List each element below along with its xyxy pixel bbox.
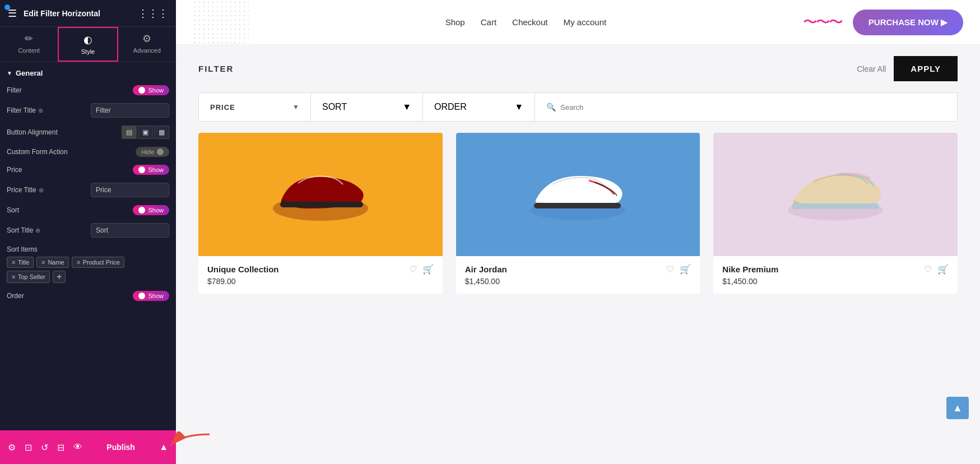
history-icon[interactable]: ↺ — [41, 442, 48, 453]
sort-filter-dropdown[interactable]: SORT ▼ — [311, 93, 423, 121]
general-label: General — [16, 69, 43, 77]
nav-links: Shop Cart Checkout My account — [445, 17, 606, 27]
wishlist-icon-2[interactable]: ♡ — [924, 264, 932, 275]
sort-title-input[interactable] — [91, 223, 169, 238]
order-chevron-icon: ▼ — [514, 102, 523, 112]
search-icon: 🔍 — [546, 103, 556, 112]
tag-name[interactable]: ✕ Name — [36, 257, 68, 268]
chevron-up-icon[interactable]: ▲ — [159, 442, 168, 452]
nav-bar: Shop Cart Checkout My account 〜〜〜 PURCHA… — [176, 0, 980, 45]
price-toggle[interactable]: Show — [133, 165, 169, 175]
product-info-2: Nike Premium ♡ 🛒 $1,450.00 — [713, 256, 958, 294]
price-title-input[interactable] — [91, 183, 169, 197]
order-toggle[interactable]: Show — [133, 291, 169, 301]
publish-button[interactable]: Publish — [106, 443, 135, 452]
content-icon: ✏ — [25, 33, 33, 45]
search-input[interactable] — [560, 103, 946, 112]
tab-style[interactable]: ◐ Style — [58, 27, 118, 62]
tab-bar: ✏ Content ◐ Style ⚙ Advanced — [0, 27, 176, 62]
scroll-to-top-button[interactable]: ▲ — [946, 397, 969, 419]
wishlist-icon-0[interactable]: ♡ — [409, 264, 417, 275]
product-image-1 — [456, 133, 700, 256]
panel-body: ▼ General Filter Show Filter Title ⊕ But… — [0, 62, 176, 430]
order-dropdown-label: ORDER — [434, 102, 467, 112]
filter-title-move-icon: ⊕ — [38, 107, 43, 114]
sort-title-field-row: Sort Title ⊕ — [7, 223, 169, 238]
product-name-0: Unique Collection — [207, 265, 279, 274]
eye-icon[interactable]: 👁 — [73, 442, 82, 452]
nav-checkout[interactable]: Checkout — [512, 17, 547, 27]
wavy-line: 〜〜〜 — [803, 12, 842, 32]
blue-dot — [4, 4, 10, 10]
cart-icon-2[interactable]: 🛒 — [937, 264, 949, 275]
filter-title-label: Filter Title ⊕ — [7, 106, 43, 114]
price-field-row: Price Show — [7, 165, 169, 175]
products-section: Unique Collection ♡ 🛒 $789.00 — [176, 122, 980, 305]
style-icon: ◐ — [83, 34, 92, 46]
tab-advanced[interactable]: ⚙ Advanced — [118, 27, 176, 62]
tag-top-seller-remove[interactable]: ✕ — [11, 274, 16, 280]
nav-myaccount[interactable]: My account — [563, 17, 606, 27]
shoe-svg-1 — [522, 155, 634, 234]
order-filter-dropdown[interactable]: ORDER ▼ — [423, 93, 535, 121]
tag-product-price[interactable]: ✕ Product Price — [72, 257, 124, 268]
align-center-btn[interactable]: ▣ — [138, 126, 153, 139]
clear-all-button[interactable]: Clear All — [857, 64, 886, 73]
sort-items-row: Sort Items ✕ Title ✕ Name ✕ Product Pric… — [7, 245, 169, 283]
align-left-btn[interactable]: ▤ — [122, 126, 137, 139]
product-price-2: $1,450.00 — [722, 277, 949, 286]
product-name-1: Air Jordan — [465, 265, 507, 274]
order-field-row: Order Show — [7, 291, 169, 301]
price-dropdown[interactable]: PRICE ▼ 0 - 1950 — [199, 93, 311, 121]
general-section-title: ▼ General — [7, 69, 169, 77]
cart-icon-0[interactable]: 🛒 — [422, 264, 434, 275]
svg-rect-2 — [280, 202, 363, 207]
sort-toggle[interactable]: Show — [133, 205, 169, 215]
panel-header: ☰ Edit Filter Horizontal ⋮⋮⋮ — [0, 0, 176, 27]
filter-toggle[interactable]: Show — [133, 85, 169, 95]
left-panel: ☰ Edit Filter Horizontal ⋮⋮⋮ ✏ Content ◐… — [0, 0, 176, 464]
nav-shop[interactable]: Shop — [445, 17, 465, 27]
apply-button[interactable]: APPLY — [894, 56, 958, 81]
cart-icon-1[interactable]: 🛒 — [680, 264, 691, 275]
filter-header: FILTER Clear All APPLY — [198, 56, 958, 81]
tag-product-price-remove[interactable]: ✕ — [76, 259, 81, 266]
align-right-btn[interactable]: ▦ — [154, 126, 169, 139]
section-arrow: ▼ — [7, 70, 12, 76]
tag-title[interactable]: ✕ Title — [7, 257, 34, 268]
products-grid: Unique Collection ♡ 🛒 $789.00 — [198, 133, 958, 294]
filter-field-row: Filter Show — [7, 85, 169, 95]
filter-title-input[interactable] — [91, 103, 169, 118]
tag-title-remove[interactable]: ✕ — [11, 259, 16, 266]
settings-icon[interactable]: ⚙ — [8, 442, 16, 453]
product-name-row-1: Air Jordan ♡ 🛒 — [465, 264, 691, 275]
price-title-field-row: Price Title ⊕ — [7, 183, 169, 197]
search-filter[interactable]: 🔍 — [535, 93, 957, 121]
button-alignment-row: Button Alignment ▤ ▣ ▦ — [7, 126, 169, 139]
price-chevron-icon: ▼ — [292, 103, 299, 111]
tab-content[interactable]: ✏ Content — [0, 27, 58, 62]
button-alignment-label: Button Alignment — [7, 128, 58, 136]
filter-label: Filter — [7, 86, 22, 94]
tab-content-label: Content — [18, 47, 40, 54]
product-card-1: Air Jordan ♡ 🛒 $1,450.00 — [456, 133, 700, 294]
layers-icon[interactable]: ⊡ — [25, 442, 32, 453]
tag-name-remove[interactable]: ✕ — [41, 259, 45, 266]
purchase-now-button[interactable]: PURCHASE NOW ▶ — [853, 10, 963, 35]
sort-title-move-icon: ⊕ — [35, 227, 40, 234]
price-toggle-label: Show — [148, 166, 164, 173]
sort-title-label: Sort Title ⊕ — [7, 226, 40, 234]
filter-section: FILTER Clear All APPLY PRICE ▼ 0 - 1950 — [176, 45, 980, 122]
custom-form-action-toggle[interactable]: Hide — [136, 147, 169, 157]
price-title-move-icon: ⊕ — [39, 187, 44, 194]
alignment-group: ▤ ▣ ▦ — [122, 126, 169, 139]
responsive-icon[interactable]: ⊟ — [57, 442, 64, 453]
filter-bar: PRICE ▼ 0 - 1950 SORT ▼ ORDER ▼ — [198, 92, 958, 122]
price-label: Price — [7, 166, 22, 174]
wishlist-icon-1[interactable]: ♡ — [666, 264, 674, 275]
grid-icon[interactable]: ⋮⋮⋮ — [138, 7, 168, 20]
tag-add-button[interactable]: + — [53, 271, 66, 283]
nav-cart[interactable]: Cart — [481, 17, 496, 27]
tag-top-seller[interactable]: ✕ Top Seller — [7, 271, 50, 283]
custom-form-action-row: Custom Form Action Hide — [7, 147, 169, 157]
